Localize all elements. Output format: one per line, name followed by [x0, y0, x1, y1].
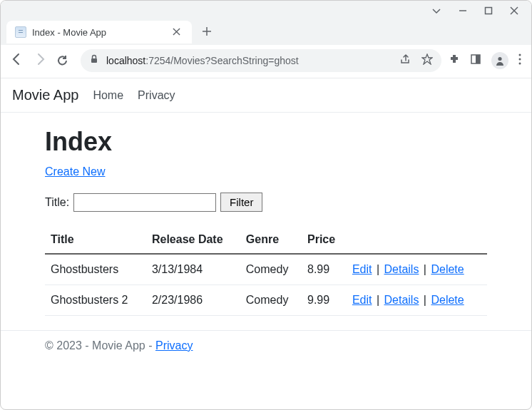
- new-tab-icon[interactable]: [202, 25, 212, 40]
- page-title: Index: [45, 127, 487, 157]
- tab-favicon-icon: [15, 26, 26, 38]
- details-link[interactable]: Details: [384, 294, 419, 306]
- chevron-down-icon[interactable]: [431, 5, 441, 18]
- cell-release-date: 2/23/1986: [146, 285, 240, 316]
- cell-genre: Comedy: [240, 285, 302, 316]
- close-icon[interactable]: [510, 5, 518, 18]
- panel-icon[interactable]: [470, 53, 481, 68]
- details-link[interactable]: Details: [384, 263, 419, 275]
- col-genre: Genre: [240, 226, 302, 254]
- url-host: localhost: [106, 55, 145, 66]
- nav-home[interactable]: Home: [93, 89, 123, 102]
- cell-actions: Edit | Details | Delete: [347, 254, 487, 285]
- delete-link[interactable]: Delete: [431, 263, 464, 275]
- edit-link[interactable]: Edit: [352, 263, 372, 275]
- brand-link[interactable]: Movie App: [12, 87, 78, 103]
- delete-link[interactable]: Delete: [431, 294, 464, 306]
- col-title: Title: [45, 226, 146, 254]
- col-actions: [347, 226, 487, 254]
- cell-title: Ghostbusters 2: [45, 285, 146, 316]
- cell-price: 8.99: [302, 254, 347, 285]
- app-navbar: Movie App Home Privacy: [1, 78, 531, 113]
- back-button[interactable]: [8, 53, 25, 69]
- edit-link[interactable]: Edit: [352, 294, 372, 306]
- svg-point-13: [519, 58, 521, 61]
- svg-point-12: [519, 54, 521, 56]
- table-row: Ghostbusters 2 2/23/1986 Comedy 9.99 Edi…: [45, 285, 487, 316]
- menu-icon[interactable]: [518, 53, 521, 68]
- cell-price: 9.99: [302, 285, 347, 316]
- svg-rect-1: [486, 8, 492, 14]
- svg-point-14: [519, 63, 521, 65]
- cell-actions: Edit | Details | Delete: [347, 285, 487, 316]
- url-text: localhost:7254/Movies?SearchString=ghost: [106, 55, 299, 66]
- extensions-icon[interactable]: [449, 53, 460, 68]
- filter-button[interactable]: Filter: [220, 193, 262, 212]
- tab-close-icon[interactable]: [170, 26, 183, 38]
- movies-table: Title Release Date Genre Price Ghostbust…: [45, 226, 487, 316]
- footer-privacy-link[interactable]: Privacy: [155, 339, 193, 352]
- browser-tab[interactable]: Index - Movie App: [6, 21, 192, 43]
- window-controls: [1, 1, 531, 19]
- bookmark-icon[interactable]: [421, 53, 433, 68]
- col-price: Price: [302, 226, 347, 254]
- search-input[interactable]: [73, 193, 216, 212]
- svg-point-11: [498, 57, 501, 61]
- share-icon[interactable]: [400, 53, 411, 68]
- nav-privacy[interactable]: Privacy: [138, 89, 175, 102]
- profile-icon[interactable]: [491, 52, 508, 69]
- forward-button[interactable]: [32, 53, 49, 69]
- maximize-icon[interactable]: [484, 5, 493, 18]
- tab-title: Index - Movie App: [32, 27, 170, 38]
- create-new-link[interactable]: Create New: [45, 165, 105, 178]
- footer-text: © 2023 - Movie App -: [45, 339, 155, 352]
- address-bar[interactable]: localhost:7254/Movies?SearchString=ghost: [81, 49, 441, 72]
- minimize-icon[interactable]: [459, 5, 467, 18]
- svg-rect-10: [476, 55, 480, 63]
- url-path: :7254/Movies?SearchString=ghost: [145, 55, 298, 66]
- cell-genre: Comedy: [240, 254, 302, 285]
- table-row: Ghostbusters 3/13/1984 Comedy 8.99 Edit …: [45, 254, 487, 285]
- cell-title: Ghostbusters: [45, 254, 146, 285]
- search-label: Title:: [45, 196, 69, 209]
- col-release-date: Release Date: [146, 226, 240, 254]
- footer: © 2023 - Movie App - Privacy: [1, 330, 531, 361]
- lock-icon: [89, 54, 99, 67]
- svg-rect-8: [91, 58, 97, 63]
- reload-button[interactable]: [56, 54, 73, 67]
- cell-release-date: 3/13/1984: [146, 254, 240, 285]
